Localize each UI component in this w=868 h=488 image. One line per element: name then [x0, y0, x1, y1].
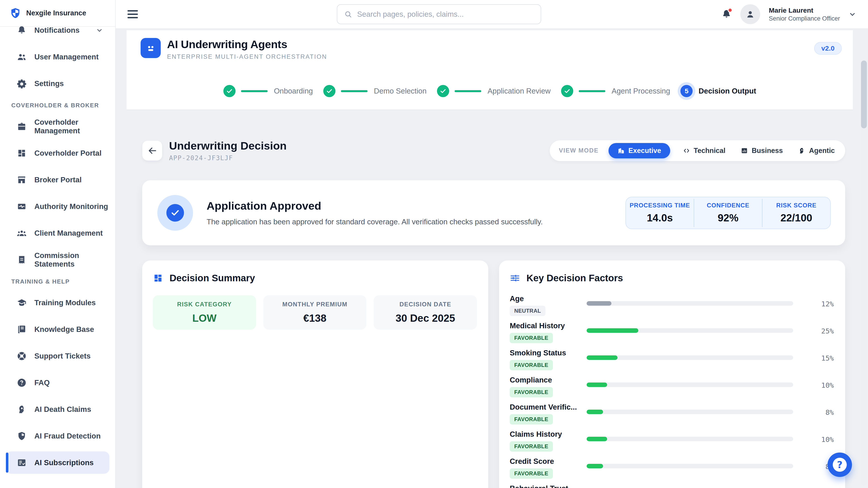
sidebar-item-broker-portal[interactable]: Broker Portal: [6, 168, 110, 191]
factor-left: Medical HistoryFAVORABLE: [510, 322, 578, 343]
view-mode-button-label: Agentic: [809, 147, 835, 155]
sidebar-item-settings[interactable]: Settings: [6, 72, 110, 95]
app-root: Nexgile Insurance NotificationsUser Mana…: [0, 0, 868, 488]
factor-row-compliance: ComplianceFAVORABLE10%: [510, 376, 834, 403]
content-inner: Underwriting Decision APP-2024-JF3LJF VI…: [116, 139, 868, 488]
sidebar-item-user-management[interactable]: User Management: [6, 46, 110, 68]
sidebar-item-faq[interactable]: FAQ: [6, 371, 110, 394]
sidebar-item-knowledge-base[interactable]: Knowledge Base: [6, 318, 110, 340]
factor-row-credit-score: Credit ScoreFAVORABLE8%: [510, 457, 834, 484]
approval-description: The application has been approved for st…: [207, 218, 543, 226]
sidebar-item-label: Notifications: [34, 26, 80, 35]
sidebar-item-coverholder-portal[interactable]: Coverholder Portal: [6, 142, 110, 164]
lifebuoy-icon: [17, 351, 27, 361]
notifications-bell-icon[interactable]: [721, 9, 732, 20]
shield-logo-icon: [9, 7, 21, 20]
summary-tile-decision-date: DECISION DATE30 Dec 2025: [374, 295, 477, 330]
grid-icon: [153, 273, 163, 283]
chevron-down-icon[interactable]: [848, 10, 856, 18]
hamburger-menu-icon[interactable]: [127, 10, 138, 18]
chevron-icon: [96, 27, 103, 34]
step-label: Demo Selection: [374, 87, 427, 95]
avatar[interactable]: [740, 4, 760, 24]
view-mode-agentic[interactable]: Agentic: [796, 143, 837, 158]
step-onboarding: Onboarding: [223, 85, 313, 97]
key-factors-card: Key Decision Factors AgeNEUTRAL12%Medica…: [499, 260, 845, 488]
factor-percent: 10%: [802, 435, 834, 444]
sidebar-item-label: AI Subscriptions: [34, 458, 94, 467]
tile-label: RISK CATEGORY: [177, 301, 232, 308]
notification-dot: [727, 8, 733, 13]
sidebar-item-label: Coverholder Portal: [34, 149, 101, 158]
key-factors-title: Key Decision Factors: [526, 273, 623, 284]
factor-label: Claims History: [510, 430, 578, 438]
metric-processing-time: PROCESSING TIME14.0s: [626, 199, 694, 227]
factor-list: AgeNEUTRAL12%Medical HistoryFAVORABLE25%…: [510, 294, 834, 488]
sidebar-item-coverholder-management[interactable]: Coverholder Management: [6, 115, 110, 138]
sidebar-section-training-help: TRAINING & HELP: [11, 278, 110, 285]
view-mode-technical[interactable]: Technical: [680, 143, 728, 158]
factor-percent: 8%: [802, 408, 834, 416]
factor-label: Behavioral Trust: [510, 484, 578, 488]
global-search[interactable]: [337, 4, 541, 24]
page-title: AI Underwriting Agents: [167, 38, 327, 51]
factor-bar-fill: [587, 437, 607, 441]
factor-bar-fill: [587, 355, 618, 360]
view-mode-business[interactable]: Business: [738, 143, 785, 158]
approval-title: Application Approved: [207, 199, 543, 212]
factor-row-behavioral-trust: Behavioral Trust: [510, 484, 834, 488]
approved-check-circle: [157, 195, 193, 231]
factor-badge: FAVORABLE: [510, 333, 553, 343]
summary-tile-risk-category: RISK CATEGORYLOW: [153, 295, 256, 330]
factor-badge: NEUTRAL: [510, 306, 546, 316]
sidebar-item-notifications[interactable]: Notifications: [6, 19, 110, 41]
metric-value: 14.0s: [626, 212, 694, 224]
page-subtitle: ENTERPRISE MULTI-AGENT ORCHESTRATION: [167, 53, 327, 60]
back-button[interactable]: [142, 140, 162, 161]
decision-header: Underwriting Decision APP-2024-JF3LJF VI…: [142, 139, 845, 162]
factor-left: Claims HistoryFAVORABLE: [510, 430, 578, 452]
view-mode-label: VIEW MODE: [559, 147, 598, 154]
factor-percent: 25%: [802, 327, 834, 335]
scrollbar-thumb[interactable]: [861, 61, 867, 128]
page-content: AI Underwriting Agents ENTERPRISE MULTI-…: [116, 29, 868, 488]
factor-bar: [587, 383, 793, 387]
step-connector: [241, 90, 268, 92]
help-icon: [17, 378, 27, 388]
view-mode-executive[interactable]: Executive: [609, 143, 670, 158]
metric-value: 22/100: [763, 212, 830, 224]
sidebar-item-ai-subscriptions[interactable]: AI Subscriptions: [6, 451, 110, 474]
approval-banner: Application Approved The application has…: [142, 180, 845, 246]
user-meta: Marie Laurent Senior Compliance Officer: [769, 6, 840, 22]
sidebar-item-commission-statements[interactable]: Commission Statements: [6, 249, 110, 271]
factor-row-medical-history: Medical HistoryFAVORABLE25%: [510, 322, 834, 349]
sidebar-nav: NotificationsUser ManagementSettingsCOVE…: [0, 19, 115, 488]
sidebar-item-label: Knowledge Base: [34, 325, 94, 334]
factor-badge: FAVORABLE: [510, 387, 553, 397]
factor-bar-fill: [587, 328, 638, 333]
scrollbar[interactable]: [861, 60, 867, 486]
decision-summary-title: Decision Summary: [169, 273, 255, 284]
decision-summary-header: Decision Summary: [153, 272, 477, 284]
users-icon: [17, 52, 27, 62]
sidebar-item-ai-fraud-detection[interactable]: AI Fraud Detection: [6, 425, 110, 447]
help-fab[interactable]: ?: [828, 453, 852, 477]
gear-icon: [17, 78, 27, 89]
search-input[interactable]: [357, 10, 534, 19]
metric-label: RISK SCORE: [763, 202, 830, 209]
sidebar-item-label: Training Modules: [34, 298, 96, 307]
factor-label: Compliance: [510, 376, 578, 384]
sidebar-item-training-modules[interactable]: Training Modules: [6, 291, 110, 314]
view-mode-button-label: Technical: [694, 147, 725, 155]
sidebar-item-client-management[interactable]: Client Management: [6, 222, 110, 244]
sidebar-item-ai-death-claims[interactable]: AI Death Claims: [6, 398, 110, 420]
decision-title: Underwriting Decision: [169, 139, 287, 152]
sidebar-item-support-tickets[interactable]: Support Tickets: [6, 345, 110, 367]
person-icon: [745, 9, 756, 20]
factor-bar: [587, 355, 793, 360]
cards-row: Decision Summary RISK CATEGORYLOWMONTHLY…: [142, 260, 845, 488]
sidebar-item-authority-monitoring[interactable]: Authority Monitoring: [6, 195, 110, 218]
tile-label: MONTHLY PREMIUM: [282, 301, 347, 308]
factor-left: Credit ScoreFAVORABLE: [510, 457, 578, 479]
sidebar-item-label: Client Management: [34, 229, 103, 237]
